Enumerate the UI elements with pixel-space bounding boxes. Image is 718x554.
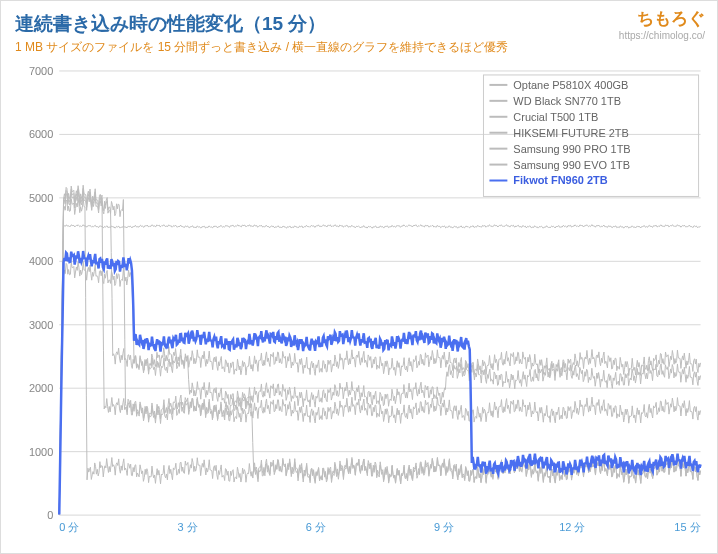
brand-block: ちもろぐ https://chimolog.co/ xyxy=(619,7,705,41)
legend-label: HIKSEMI FUTURE 2TB xyxy=(513,127,628,139)
brand-name: ちもろぐ xyxy=(619,7,705,30)
svg-text:0: 0 xyxy=(47,509,53,521)
chart-svg: 01000200030004000500060007000 0 分3 分6 分9… xyxy=(11,65,705,539)
svg-text:15 分: 15 分 xyxy=(674,521,700,533)
brand-url: https://chimolog.co/ xyxy=(619,30,705,41)
svg-text:6 分: 6 分 xyxy=(306,521,326,533)
svg-text:1000: 1000 xyxy=(29,446,53,458)
legend-label: Crucial T500 1TB xyxy=(513,111,598,123)
legend-label: WD Black SN770 1TB xyxy=(513,95,621,107)
svg-text:0 分: 0 分 xyxy=(59,521,79,533)
svg-text:3000: 3000 xyxy=(29,319,53,331)
header: 連続書き込み時の性能変化（15 分） 1 MB サイズのファイルを 15 分間ず… xyxy=(1,1,717,60)
svg-text:9 分: 9 分 xyxy=(434,521,454,533)
svg-text:7000: 7000 xyxy=(29,65,53,77)
chart-area: 01000200030004000500060007000 0 分3 分6 分9… xyxy=(11,65,705,539)
legend-label: Fikwot FN960 2TB xyxy=(513,174,607,186)
chart-title: 連続書き込み時の性能変化（15 分） xyxy=(15,11,703,37)
svg-text:6000: 6000 xyxy=(29,128,53,140)
legend-label: Optane P5810X 400GB xyxy=(513,79,628,91)
legend-label: Samsung 990 PRO 1TB xyxy=(513,143,630,155)
svg-text:5000: 5000 xyxy=(29,192,53,204)
legend-label: Samsung 990 EVO 1TB xyxy=(513,159,630,171)
svg-text:3 分: 3 分 xyxy=(177,521,197,533)
svg-text:12 分: 12 分 xyxy=(559,521,585,533)
svg-text:2000: 2000 xyxy=(29,382,53,394)
svg-text:4000: 4000 xyxy=(29,255,53,267)
chart-subtitle: 1 MB サイズのファイルを 15 分間ずっと書き込み / 横一直線のグラフを維… xyxy=(15,39,703,56)
